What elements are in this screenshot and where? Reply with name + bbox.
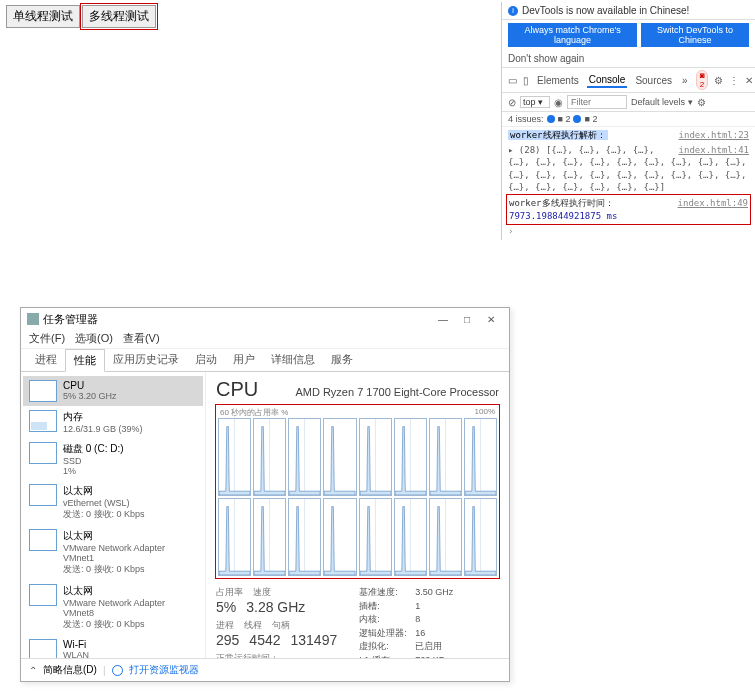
- performance-sidebar: CPU5% 3.20 GHz 内存12.6/31.9 GB (39%) 磁盘 0…: [21, 372, 206, 658]
- cpu-core-graph: [359, 418, 392, 496]
- console-filter-input[interactable]: [567, 95, 627, 109]
- context-selector[interactable]: top ▾: [520, 96, 550, 108]
- cpu-core-graph: [464, 498, 497, 576]
- info-icon: i: [508, 6, 518, 16]
- thread-count: 4542: [249, 632, 280, 648]
- close-button[interactable]: ✕: [479, 311, 503, 327]
- device-icon[interactable]: ▯: [523, 75, 529, 86]
- issues-row[interactable]: 4 issues: ■ 2 ■ 2: [502, 112, 755, 127]
- log-source-link[interactable]: index.html:23: [679, 129, 749, 142]
- window-titlebar[interactable]: 任务管理器 — □ ✕: [21, 308, 509, 330]
- handle-count: 131497: [291, 632, 338, 648]
- console-prompt[interactable]: ›: [508, 225, 749, 238]
- graph-label-left: 60 秒内的占用率 %: [220, 407, 288, 418]
- thumb-graph-icon: [29, 380, 57, 402]
- log-line: index.html:23worker线程执行解析：: [508, 129, 749, 142]
- cpu-core-graph: [288, 418, 321, 496]
- console-settings-icon[interactable]: ⚙: [697, 97, 706, 108]
- cpu-model: AMD Ryzen 7 1700 Eight-Core Processor: [295, 386, 499, 398]
- switch-devtools-chinese-button[interactable]: Switch DevTools to Chinese: [641, 23, 749, 47]
- tab-more[interactable]: »: [680, 74, 690, 87]
- cpu-core-graph: [464, 418, 497, 496]
- tab-services[interactable]: 服务: [323, 349, 361, 371]
- collapse-chevron-icon[interactable]: ⌃: [29, 665, 37, 676]
- menu-file[interactable]: 文件(F): [29, 331, 65, 346]
- tab-sources[interactable]: Sources: [633, 74, 674, 87]
- cpu-core-graph: [323, 418, 356, 496]
- spec-row: 虚拟化:已启用: [359, 640, 453, 654]
- cpu-core-graph: [359, 498, 392, 576]
- cpu-core-graph: [253, 418, 286, 496]
- process-count: 295: [216, 632, 239, 648]
- thumb-graph-icon: [29, 639, 57, 658]
- tab-startup[interactable]: 启动: [187, 349, 225, 371]
- cpu-graph-area: 60 秒内的占用率 %100%: [216, 405, 499, 578]
- live-expression-icon[interactable]: ◉: [554, 97, 563, 108]
- sidebar-item[interactable]: 内存12.6/31.9 GB (39%): [23, 406, 203, 438]
- task-manager-window: 任务管理器 — □ ✕ 文件(F) 选项(O) 查看(V) 进程 性能 应用历史…: [20, 307, 510, 682]
- cpu-detail-pane: CPU AMD Ryzen 7 1700 Eight-Core Processo…: [206, 372, 509, 658]
- devtools-language-notice: i DevTools is now available in Chinese!: [502, 2, 755, 20]
- test-buttons: 单线程测试 多线程测试: [6, 5, 156, 28]
- cpu-heading: CPU: [216, 378, 258, 401]
- always-match-language-button[interactable]: Always match Chrome's language: [508, 23, 637, 47]
- tab-details[interactable]: 详细信息: [263, 349, 323, 371]
- spec-row: 插槽:1: [359, 600, 453, 614]
- resource-monitor-icon: [112, 665, 123, 676]
- cpu-core-graph: [218, 498, 251, 576]
- error-badge[interactable]: ◙ 2: [696, 70, 709, 90]
- spec-row: 逻辑处理器:16: [359, 627, 453, 641]
- tab-users[interactable]: 用户: [225, 349, 263, 371]
- minimize-button[interactable]: —: [431, 311, 455, 327]
- sidebar-item[interactable]: 以太网VMware Network Adapter VMnet8发送: 0 接收…: [23, 580, 203, 635]
- issue-dot-icon: [547, 115, 555, 123]
- issue-dot-icon: [573, 115, 581, 123]
- tm-tabbar: 进程 性能 应用历史记录 启动 用户 详细信息 服务: [21, 349, 509, 372]
- thumb-graph-icon: [29, 584, 57, 606]
- menu-view[interactable]: 查看(V): [123, 331, 160, 346]
- tm-footer: ⌃ 简略信息(D) | 打开资源监视器: [21, 658, 509, 681]
- sidebar-item[interactable]: 磁盘 0 (C: D:)SSD1%: [23, 438, 203, 480]
- log-source-link[interactable]: index.html:49: [678, 197, 748, 210]
- cpu-core-graph: [288, 498, 321, 576]
- stat-block-1: 占用率速度 5%3.28 GHz 进程线程句柄 2954542131497 正常…: [216, 586, 337, 658]
- cpu-core-graph: [429, 418, 462, 496]
- multi-thread-test-button[interactable]: 多线程测试: [82, 5, 156, 28]
- thumb-graph-icon: [29, 442, 57, 464]
- cpu-core-graph: [253, 498, 286, 576]
- clear-console-icon[interactable]: ⊘: [508, 97, 516, 108]
- inspect-icon[interactable]: ▭: [508, 75, 517, 86]
- dont-show-again-link[interactable]: Don't show again: [502, 50, 755, 68]
- sidebar-item[interactable]: CPU5% 3.20 GHz: [23, 376, 203, 406]
- single-thread-test-button[interactable]: 单线程测试: [6, 5, 80, 28]
- log-source-link[interactable]: index.html:41: [679, 144, 749, 157]
- cpu-core-graph: [429, 498, 462, 576]
- log-line: index.html:41▸ (28) [{…}, {…}, {…}, {…},…: [508, 144, 749, 194]
- graph-label-right: 100%: [475, 407, 495, 418]
- fewer-details-link[interactable]: 简略信息(D): [43, 663, 97, 677]
- close-devtools-icon[interactable]: ✕: [745, 75, 753, 86]
- settings-gear-icon[interactable]: ⚙: [714, 75, 723, 86]
- tab-app-history[interactable]: 应用历史记录: [105, 349, 187, 371]
- thumb-graph-icon: [29, 484, 57, 506]
- log-line-timing: index.html:49worker多线程执行时间： 7973.1988449…: [508, 196, 749, 223]
- cpu-core-graph: [394, 498, 427, 576]
- menu-options[interactable]: 选项(O): [75, 331, 113, 346]
- cpu-core-graph: [218, 418, 251, 496]
- spec-row: 内核:8: [359, 613, 453, 627]
- open-resource-monitor-link[interactable]: 打开资源监视器: [129, 663, 199, 677]
- log-levels-select[interactable]: Default levels ▾: [631, 97, 693, 107]
- cpu-core-graph: [323, 498, 356, 576]
- cpu-spec-list: 基准速度:3.50 GHz插槽:1内核:8逻辑处理器:16虚拟化:已启用L1 缓…: [359, 586, 453, 658]
- sidebar-item[interactable]: 以太网VMware Network Adapter VMnet1发送: 0 接收…: [23, 525, 203, 580]
- tab-console[interactable]: Console: [587, 73, 628, 88]
- cpu-speed: 3.28 GHz: [246, 599, 305, 615]
- sidebar-item[interactable]: Wi-FiWLAN发送: 0 接收: 0 Kbps: [23, 635, 203, 658]
- tab-elements[interactable]: Elements: [535, 74, 581, 87]
- sidebar-item[interactable]: 以太网vEthernet (WSL)发送: 0 接收: 0 Kbps: [23, 480, 203, 525]
- maximize-button[interactable]: □: [455, 311, 479, 327]
- spec-row: L1 缓存:768 KB: [359, 654, 453, 659]
- more-dots-icon[interactable]: ⋮: [729, 75, 739, 86]
- tab-processes[interactable]: 进程: [27, 349, 65, 371]
- tab-performance[interactable]: 性能: [65, 349, 105, 372]
